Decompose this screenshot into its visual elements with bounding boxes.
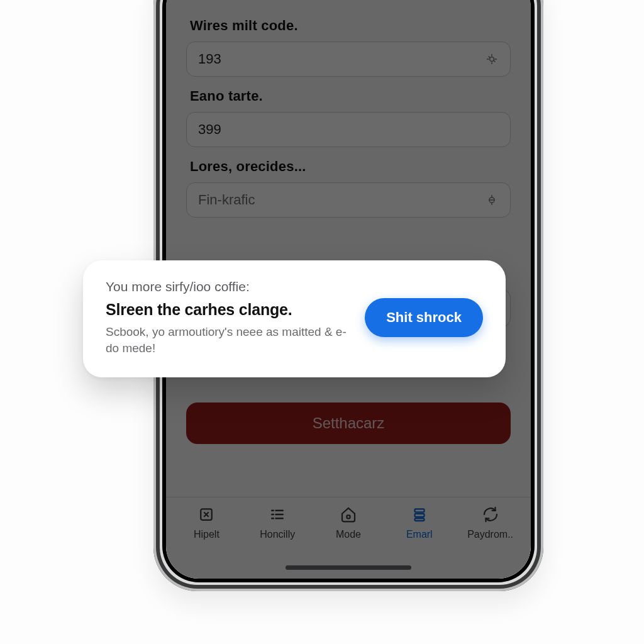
popup-body: Scbook, yo armoutiory's neee as maitted … (106, 324, 350, 356)
notification-popup: You more sirfy/ioo coffie: Slreen the ca… (83, 260, 506, 377)
field-value-3: Fin-krafic (198, 192, 255, 208)
tab-label: Emarl (406, 529, 433, 540)
refresh-icon (480, 504, 501, 525)
popup-action-label: Shit shrock (386, 309, 462, 325)
home-indicator[interactable] (286, 565, 411, 570)
field-label-2: Eano tarte. (190, 88, 507, 104)
tab-label: Hipelt (194, 529, 219, 540)
field-input-2[interactable]: 399 (186, 112, 511, 147)
svg-rect-4 (414, 509, 424, 512)
tab-label: Honcilly (260, 529, 295, 540)
dropdown-icon[interactable] (485, 52, 499, 66)
submit-button-label: Setthacarz (313, 414, 385, 432)
home-icon (338, 504, 359, 525)
field-input-1[interactable]: 193 (186, 42, 511, 77)
field-value-1: 193 (198, 51, 221, 67)
tab-hipelt[interactable]: Hipelt (171, 504, 242, 579)
popup-action-button[interactable]: Shit shrock (365, 298, 483, 337)
submit-button[interactable]: Setthacarz (186, 402, 511, 444)
field-label-1: Wires milt code. (190, 18, 507, 34)
popup-eyebrow: You more sirfy/ioo coffie: (106, 279, 350, 294)
field-label-3: Lores, orecides... (190, 158, 507, 175)
svg-point-0 (490, 57, 494, 62)
stack-icon (409, 504, 430, 525)
dropdown-icon[interactable] (485, 193, 499, 207)
form-content: Wires milt code. 193 Eano tarte. 399 Lor… (166, 0, 531, 218)
box-icon (196, 504, 217, 525)
popup-text-block: You more sirfy/ioo coffie: Slreen the ca… (106, 279, 350, 356)
svg-rect-6 (414, 518, 424, 521)
svg-rect-5 (414, 514, 424, 517)
field-input-3[interactable]: Fin-krafic (186, 182, 511, 218)
svg-rect-3 (347, 515, 350, 518)
field-value-2: 399 (198, 121, 221, 138)
tab-paydrom[interactable]: Paydrom.. (455, 504, 526, 579)
list-icon (267, 504, 288, 525)
tab-label: Mode (336, 529, 361, 540)
tab-label: Paydrom.. (467, 529, 513, 540)
popup-title: Slreen the carhes clange. (106, 301, 350, 319)
